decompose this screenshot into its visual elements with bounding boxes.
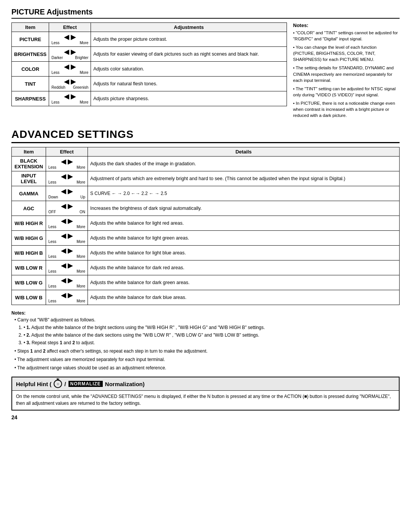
table-row: BLACK EXTENSION ◀ ▶ Less More Adjusts th… <box>12 157 400 171</box>
row-item: SHARPNESS <box>12 91 49 106</box>
bottom-notes-item: The adjustment values are memorized sepa… <box>14 356 400 363</box>
right-label: Greenish <box>73 85 89 89</box>
bottom-notes-item: The adjustment range values should be us… <box>14 364 400 371</box>
notes-item: In PICTURE, there is not a noticeable ch… <box>293 100 400 118</box>
advanced-title: ADVANCED SETTINGS <box>11 128 400 143</box>
notes-list: "COLOR" and "TINT" settings cannot be ad… <box>293 30 400 118</box>
left-label: Down <box>48 195 58 199</box>
row-effect: ◀ ▶ Less More <box>49 91 91 106</box>
row-effect: ◀ ▶ Less More <box>49 62 91 77</box>
row-details: Adjustment of parts which are extremely … <box>88 171 400 186</box>
advanced-table: Item Effect Details BLACK EXTENSION ◀ ▶ … <box>11 147 400 305</box>
row-details: Adjusts the white balance for dark red a… <box>88 260 400 275</box>
left-label: OFF <box>48 210 56 214</box>
row-item: GAMMA <box>12 186 46 201</box>
arrow-right-icon: ▶ <box>68 173 73 180</box>
row-item: W/B LOW G <box>12 275 46 290</box>
row-item: BLACK EXTENSION <box>12 157 46 171</box>
left-label: Reddish <box>51 85 65 89</box>
arrow-left-icon: ◀ <box>61 277 66 284</box>
bottom-notes-title: Notes: <box>11 310 25 316</box>
step-item: 3. Repeat steps 1 and 2 to adjust. <box>24 339 400 346</box>
row-effect: ◀ ▶ Less More <box>46 260 88 275</box>
picture-col-item: Item <box>12 23 49 32</box>
arrow-right-icon: ▶ <box>71 63 76 70</box>
row-details: Adjusts the dark shades of the image in … <box>88 157 400 171</box>
right-label: More <box>76 225 85 229</box>
left-label: Less <box>48 299 56 303</box>
row-item: INPUT LEVEL <box>12 171 46 186</box>
left-label: Less <box>48 284 56 288</box>
arrow-right-icon: ▶ <box>68 217 73 224</box>
arrow-left-icon: ◀ <box>61 158 66 165</box>
helpful-hint-box: Helpful Hint ( ○N / NORMALIZE Normalizat… <box>11 377 400 411</box>
left-label: Less <box>51 100 59 104</box>
picture-col-effect: Effect <box>49 23 91 32</box>
arrow-right-icon: ▶ <box>71 78 76 85</box>
adv-col-details: Details <box>88 147 400 157</box>
table-row: W/B HIGH R ◀ ▶ Less More Adjusts the whi… <box>12 216 400 231</box>
arrow-right-icon: ▶ <box>68 292 73 299</box>
row-effect: ◀ ▶ Less More <box>46 275 88 290</box>
arrow-right-icon: ▶ <box>68 247 73 254</box>
row-item: COLOR <box>12 62 49 77</box>
picture-table-area: Item Effect Adjustments PICTURE ◀ ▶ <box>11 22 287 121</box>
notes-item: The setting details for STANDARD, DYNAMI… <box>293 65 400 83</box>
notes-item: You can change the level of each functio… <box>293 44 400 62</box>
left-label: Less <box>51 41 59 45</box>
row-effect: ◀ ▶ Less More <box>46 171 88 186</box>
row-details: Adjusts the white balance for dark green… <box>88 275 400 290</box>
arrow-left-icon: ◀ <box>64 34 69 40</box>
right-label: More <box>80 41 88 45</box>
table-row: INPUT LEVEL ◀ ▶ Less More Adjustment of … <box>12 171 400 186</box>
bottom-notes-item: Steps 1 and 2 affect each other's settin… <box>14 348 400 355</box>
arrow-left-icon: ◀ <box>64 78 69 85</box>
row-details: Adjusts the white balance for dark blue … <box>88 290 400 305</box>
picture-content: Item Effect Adjustments PICTURE ◀ ▶ <box>11 22 400 121</box>
helpful-hint-label: Helpful Hint ( <box>16 381 51 387</box>
arrow-left-icon: ◀ <box>64 93 69 100</box>
arrow-left-icon: ◀ <box>61 247 66 254</box>
row-effect: ◀ ▶ Less More <box>46 290 88 305</box>
table-row: W/B LOW G ◀ ▶ Less More Adjusts the whit… <box>12 275 400 290</box>
notes-title: Notes: <box>293 22 400 28</box>
row-item: W/B HIGH R <box>12 216 46 231</box>
arrow-left-icon: ◀ <box>64 63 69 70</box>
row-details: Adjusts the white balance for light blue… <box>88 246 400 260</box>
arrow-left-icon: ◀ <box>61 292 66 299</box>
picture-title: PICTURE Adjustments <box>11 8 400 19</box>
left-label: Less <box>48 165 56 169</box>
table-row: PICTURE ◀ ▶ Less More Adjusts the prop <box>12 32 287 47</box>
left-label: Less <box>48 269 56 273</box>
n-button-icon: ○N <box>54 380 62 388</box>
right-label: More <box>76 254 85 259</box>
row-details: Adjusts the proper picture contrast. <box>91 32 287 47</box>
table-row: BRIGHTNESS ◀ ▶ Darker Brighter Adjusts <box>12 47 287 62</box>
right-label: Up <box>80 195 85 199</box>
left-label: Darker <box>51 56 63 60</box>
normalize-badge: NORMALIZE <box>68 381 103 387</box>
normalization-label: Normalization) <box>105 381 145 387</box>
row-item: W/B HIGH G <box>12 231 46 246</box>
arrow-right-icon: ▶ <box>68 203 73 209</box>
table-row: W/B HIGH B ◀ ▶ Less More Adjusts the whi… <box>12 246 400 260</box>
row-effect: ◀ ▶ Less More <box>46 216 88 231</box>
row-effect: ◀ ▶ Less More <box>46 231 88 246</box>
arrow-left-icon: ◀ <box>61 173 66 180</box>
table-row: TINT ◀ ▶ Reddish Greenish Adjusts for <box>12 77 287 91</box>
right-label: Brighter <box>75 56 88 60</box>
row-item: W/B LOW R <box>12 260 46 275</box>
table-row: SHARPNESS ◀ ▶ Less More Adjusts pictur <box>12 91 287 106</box>
row-effect: ◀ ▶ Down Up <box>46 186 88 201</box>
arrow-left-icon: ◀ <box>61 203 66 209</box>
helpful-hint-header: Helpful Hint ( ○N / NORMALIZE Normalizat… <box>12 377 399 390</box>
arrow-left-icon: ◀ <box>61 232 66 239</box>
row-effect: ◀ ▶ Less More <box>46 246 88 260</box>
row-details: Adjusts the white balance for light red … <box>88 216 400 231</box>
table-row: COLOR ◀ ▶ Less More Adjusts color satu <box>12 62 287 77</box>
picture-section: PICTURE Adjustments Item Effect Adjustme… <box>11 8 400 121</box>
right-label: More <box>76 240 85 244</box>
left-label: Less <box>48 180 56 184</box>
right-label: More <box>80 100 88 104</box>
table-row: AGC ◀ ▶ OFF ON Increases the brightness … <box>12 201 400 216</box>
